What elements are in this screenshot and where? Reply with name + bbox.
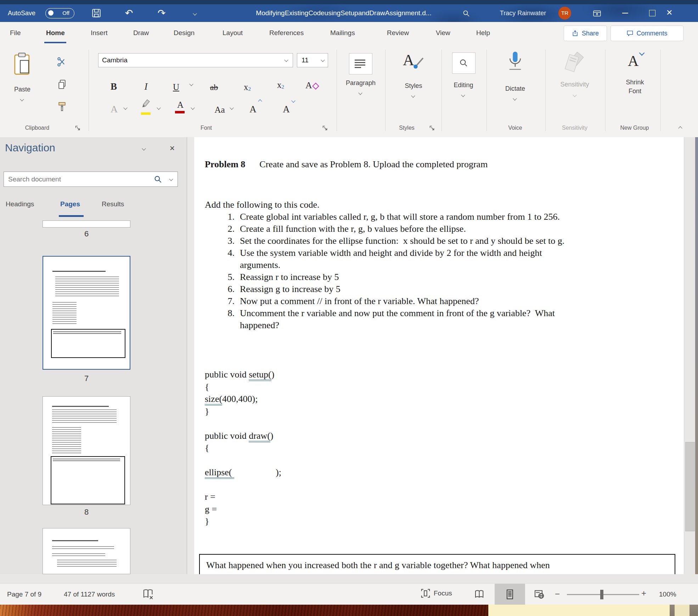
tab-mailings[interactable]: Mailings (330, 22, 355, 44)
dictate-dropdown-icon[interactable] (513, 96, 517, 100)
tab-file[interactable]: File (10, 22, 21, 44)
bold-button[interactable]: B (108, 77, 120, 92)
search-button[interactable] (462, 9, 471, 18)
styles-dialog-launcher[interactable] (429, 125, 435, 131)
save-button[interactable] (91, 7, 102, 19)
share-icon (572, 30, 579, 37)
tab-insert[interactable]: Insert (91, 22, 108, 44)
collapse-ribbon-icon[interactable] (678, 126, 682, 130)
redo-button[interactable]: ↷ (156, 7, 167, 19)
font-dialog-launcher[interactable] (322, 125, 328, 131)
strikethrough-button[interactable]: ab (206, 77, 222, 92)
font-size-input[interactable]: 11 (297, 53, 328, 67)
tab-review[interactable]: Review (387, 22, 409, 44)
superscript-button[interactable]: x2 (274, 74, 288, 90)
font-color-dropdown-icon[interactable] (191, 106, 195, 110)
editing-button[interactable] (452, 52, 475, 74)
tab-references[interactable]: References (269, 22, 304, 44)
zoom-in-button[interactable]: + (641, 588, 646, 598)
page-thumbnail-8[interactable] (43, 396, 130, 505)
font-name-input[interactable]: Cambria (98, 53, 293, 67)
paste-dropdown-icon[interactable] (20, 97, 24, 101)
tab-design[interactable]: Design (174, 22, 195, 44)
close-button[interactable]: ✕ (666, 8, 672, 17)
text-effects-button[interactable]: A (108, 99, 120, 115)
clipboard-dialog-launcher[interactable] (75, 125, 81, 131)
sensitivity-button[interactable] (564, 52, 585, 77)
paragraph-button[interactable] (349, 53, 372, 74)
tab-home[interactable]: Home (46, 22, 65, 44)
underline-dropdown-icon[interactable] (189, 82, 193, 86)
print-layout-button[interactable] (495, 584, 525, 605)
styles-button[interactable]: A (402, 50, 425, 75)
editing-dropdown-icon[interactable] (461, 93, 465, 97)
clear-formatting-button[interactable]: A (303, 75, 320, 91)
underline-button[interactable]: U (170, 77, 182, 92)
code-line: g = (205, 503, 281, 516)
shrink-font-big-button[interactable]: A (624, 50, 646, 74)
text-effects-dropdown-icon[interactable] (123, 106, 127, 110)
tab-view[interactable]: View (436, 22, 450, 44)
paragraph-dropdown-icon[interactable] (358, 91, 362, 95)
user-name[interactable]: Tracy Rainwater (491, 10, 555, 17)
cut-button[interactable] (57, 57, 67, 67)
styles-dropdown-icon[interactable] (411, 94, 415, 97)
nav-tab-pages[interactable]: Pages (60, 200, 80, 208)
vertical-scrollbar[interactable] (684, 137, 696, 574)
shrink-font-button[interactable]: A (280, 99, 293, 115)
ribbon-display-options-button[interactable] (592, 9, 602, 18)
navigation-close-icon[interactable]: ✕ (169, 144, 175, 152)
comments-button[interactable]: Comments (610, 26, 683, 41)
share-button[interactable]: Share (564, 26, 607, 41)
subscript-button[interactable]: x2 (240, 77, 254, 92)
zoom-out-button[interactable]: − (555, 589, 560, 599)
word-count[interactable]: 47 of 1127 words (64, 590, 115, 598)
highlight-dropdown-icon[interactable] (157, 106, 161, 110)
search-options-dropdown-icon[interactable] (169, 177, 173, 181)
sticky-note-window[interactable] (488, 605, 670, 616)
page-thumbnail-6[interactable] (43, 220, 130, 228)
editing-label: Editing (447, 82, 479, 89)
read-mode-icon (474, 589, 485, 600)
background-window-edge (695, 137, 698, 574)
font-color-button[interactable]: A (175, 98, 186, 115)
page-info[interactable]: Page 7 of 9 (7, 590, 41, 598)
zoom-slider-thumb[interactable] (600, 590, 603, 599)
italic-button[interactable]: I (140, 77, 152, 92)
focus-button[interactable]: Focus (420, 588, 452, 599)
page-thumbnail-7[interactable] (43, 256, 130, 370)
font-name-dropdown-icon[interactable] (284, 58, 288, 62)
dictate-button[interactable] (506, 50, 524, 79)
avatar[interactable]: TR (558, 7, 571, 19)
nav-tab-headings[interactable]: Headings (6, 200, 34, 208)
page-thumbnail-9[interactable] (43, 528, 130, 574)
grow-font-button[interactable]: A (247, 99, 259, 115)
minimize-button[interactable] (622, 13, 628, 13)
web-layout-button[interactable] (528, 584, 551, 605)
change-case-button[interactable]: Aa (211, 99, 228, 115)
search-input[interactable] (7, 173, 151, 185)
answer-textbox[interactable]: What happened when you increased both th… (199, 554, 675, 574)
autosave-toggle[interactable]: Off (45, 8, 74, 18)
highlight-button[interactable] (141, 98, 152, 115)
tab-help[interactable]: Help (476, 22, 490, 44)
navigation-options-dropdown-icon[interactable] (142, 146, 146, 150)
zoom-level[interactable]: 100% (659, 590, 676, 598)
styles-group-label: Styles (389, 125, 424, 131)
maximize-button[interactable] (649, 10, 655, 16)
undo-button[interactable]: ↶ (123, 7, 135, 19)
change-case-dropdown-icon[interactable] (230, 106, 233, 110)
paste-button[interactable] (13, 52, 32, 76)
scrollbar-thumb[interactable] (685, 442, 695, 531)
proofing-errors-button[interactable] (142, 588, 154, 600)
read-mode-button[interactable] (468, 584, 491, 605)
copy-button[interactable] (57, 79, 67, 90)
nav-tab-results[interactable]: Results (102, 200, 124, 208)
search-icon[interactable] (153, 175, 163, 184)
font-size-dropdown-icon[interactable] (321, 58, 325, 62)
format-painter-button[interactable] (57, 101, 67, 112)
tab-layout[interactable]: Layout (223, 22, 243, 44)
document-page[interactable]: Problem 8Create and save as Problem 8. U… (194, 137, 684, 574)
paste-label: Paste (7, 86, 38, 93)
tab-draw[interactable]: Draw (133, 22, 149, 44)
